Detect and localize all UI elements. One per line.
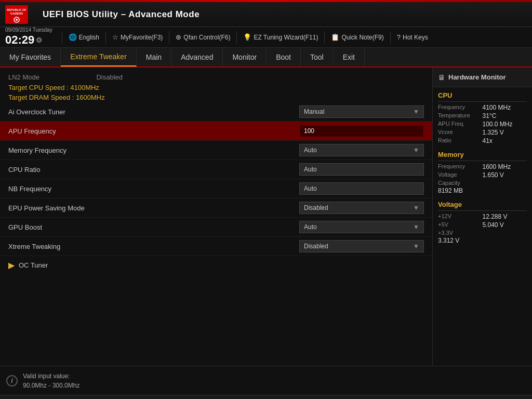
hw-value-temperature: 31°C bbox=[483, 112, 527, 119]
note-icon: 📋 bbox=[331, 33, 339, 41]
fan-icon: ⊛ bbox=[176, 33, 181, 41]
globe-icon: 🌐 bbox=[69, 33, 77, 41]
date-display: 09/09/2014 Tuesday bbox=[5, 27, 52, 33]
target-dram-text: Target DRAM Speed : 1600MHz bbox=[0, 92, 432, 102]
my-favorite-label: MyFavorite(F3) bbox=[121, 34, 163, 41]
setting-control-gpu-boost[interactable]: Auto▼ bbox=[299, 221, 424, 233]
bulb-icon: 💡 bbox=[243, 33, 251, 41]
hw-value-capacity: 8192 MB bbox=[438, 187, 527, 194]
nav-item-tool[interactable]: Tool bbox=[301, 48, 334, 66]
setting-row-ai-overclock-tuner[interactable]: Ai Overclock TunerManual▼ bbox=[0, 102, 432, 122]
setting-row-nb-frequency[interactable]: NB FrequencyAuto bbox=[0, 179, 432, 198]
dropdown-memory-frequency[interactable]: Auto▼ bbox=[299, 144, 424, 156]
bottom-bar: Version 2.16.1240. Copyright (C) 2014 Am… bbox=[0, 395, 532, 399]
hw-sections: CPUFrequency4100 MHzTemperature31°CAPU F… bbox=[433, 87, 532, 246]
divider-4 bbox=[236, 31, 237, 44]
quick-note-label: Quick Note(F9) bbox=[341, 34, 383, 41]
dropdown-value-ai-overclock-tuner: Manual bbox=[304, 108, 324, 115]
dropdown-value-memory-frequency: Auto bbox=[304, 147, 317, 154]
divider-5 bbox=[324, 31, 325, 44]
hot-keys-label: Hot Keys bbox=[403, 34, 428, 41]
divider-3 bbox=[169, 31, 169, 44]
monitor-icon: 🖥 bbox=[438, 73, 445, 82]
setting-row-cpu-ratio[interactable]: CPU RatioAuto bbox=[0, 160, 432, 179]
dropdown-value-xtreme-tweaking: Disabled bbox=[304, 243, 328, 250]
header-bar: REPUBLIC OF GAMERS UEFI BIOS Utility – A… bbox=[0, 2, 532, 27]
hw-grid-voltage: +12V12.288 V+5V5.040 V+3.3V3.312 V bbox=[433, 211, 532, 246]
hw-label-frequency: Frequency bbox=[438, 104, 483, 111]
nav-item-exit[interactable]: Exit bbox=[334, 48, 365, 66]
nav-item-boot[interactable]: Boot bbox=[267, 48, 301, 66]
setting-control-nb-frequency[interactable]: Auto bbox=[299, 182, 424, 195]
dropdown-epu-power-saving[interactable]: Disabled▼ bbox=[299, 202, 424, 214]
time-block: 02:29 ⚙ bbox=[5, 33, 52, 47]
hw-value-ratio: 41x bbox=[483, 137, 527, 144]
setting-label-ai-overclock-tuner: Ai Overclock Tuner bbox=[8, 108, 299, 116]
dropdown-arrow-xtreme-tweaking: ▼ bbox=[413, 243, 419, 250]
text-ctrl-cpu-ratio: Auto bbox=[299, 163, 424, 176]
nav-item-main[interactable]: Main bbox=[137, 48, 171, 66]
hw-value-apu-freq-: 100.0 MHz bbox=[483, 121, 527, 128]
oc-tuner-row[interactable]: ▶ OC Tuner bbox=[0, 256, 432, 274]
my-favorite-btn[interactable]: ☆ MyFavorite(F3) bbox=[109, 33, 166, 41]
dropdown-arrow-memory-frequency: ▼ bbox=[413, 147, 419, 154]
dropdown-xtreme-tweaking[interactable]: Disabled▼ bbox=[299, 240, 424, 252]
svg-text:REPUBLIC OF: REPUBLIC OF bbox=[7, 8, 26, 11]
setting-row-xtreme-tweaking[interactable]: Xtreme TweakingDisabled▼ bbox=[0, 237, 432, 256]
hw-grid-cpu: Frequency4100 MHzTemperature31°CAPU Freq… bbox=[433, 102, 532, 147]
setting-row-gpu-boost[interactable]: GPU BoostAuto▼ bbox=[0, 218, 432, 237]
nav-item-advanced[interactable]: Advanced bbox=[171, 48, 223, 66]
divider-6 bbox=[390, 31, 391, 44]
hw-label-temperature: Temperature bbox=[438, 112, 483, 119]
hw-label-ratio: Ratio bbox=[438, 137, 483, 144]
info-icon: i bbox=[6, 375, 18, 387]
hw-value-voltage: 1.650 V bbox=[483, 171, 527, 179]
hw-label--12v: +12V bbox=[438, 213, 483, 220]
setting-control-xtreme-tweaking[interactable]: Disabled▼ bbox=[299, 240, 424, 252]
setting-control-memory-frequency[interactable]: Auto▼ bbox=[299, 144, 424, 156]
ln2-mode-value: Disabled bbox=[96, 73, 123, 81]
nav-item-monitor[interactable]: Monitor bbox=[223, 48, 267, 66]
setting-row-apu-frequency[interactable]: APU Frequency bbox=[0, 122, 432, 141]
input-apu-frequency[interactable] bbox=[299, 125, 424, 137]
setting-row-memory-frequency[interactable]: Memory FrequencyAuto▼ bbox=[0, 141, 432, 160]
setting-label-apu-frequency: APU Frequency bbox=[8, 127, 299, 135]
qfan-btn[interactable]: ⊛ Qfan Control(F6) bbox=[172, 33, 233, 41]
content-area: LN2 Mode Disabled Target CPU Speed : 410… bbox=[0, 68, 432, 366]
time-display: 02:29 bbox=[5, 33, 34, 47]
hw-monitor-header: 🖥 Hardware Monitor bbox=[433, 68, 532, 87]
status-text: Valid input value: 90.0Mhz - 300.0Mhz bbox=[23, 371, 79, 390]
setting-label-xtreme-tweaking: Xtreme Tweaking bbox=[8, 243, 299, 250]
setting-label-memory-frequency: Memory Frequency bbox=[8, 147, 299, 154]
dropdown-arrow-epu-power-saving: ▼ bbox=[413, 204, 419, 211]
oc-tuner-label: OC Tuner bbox=[19, 261, 48, 269]
ln2-mode-row: LN2 Mode Disabled bbox=[0, 72, 432, 83]
hw-label-voltage: Voltage bbox=[438, 171, 483, 179]
setting-control-apu-frequency[interactable] bbox=[299, 125, 424, 137]
quick-note-btn[interactable]: 📋 Quick Note(F9) bbox=[328, 33, 387, 41]
qfan-label: Qfan Control(F6) bbox=[183, 34, 230, 41]
rog-logo-icon: REPUBLIC OF GAMERS bbox=[5, 5, 28, 24]
logo-area: REPUBLIC OF GAMERS bbox=[5, 5, 32, 24]
setting-control-epu-power-saving[interactable]: Disabled▼ bbox=[299, 202, 424, 214]
hw-label--5v: +5V bbox=[438, 221, 483, 229]
hw-label--3-3v: +3.3V bbox=[438, 230, 483, 236]
setting-label-nb-frequency: NB Frequency bbox=[8, 185, 299, 193]
setting-control-cpu-ratio[interactable]: Auto bbox=[299, 163, 424, 176]
ln2-mode-label: LN2 Mode bbox=[8, 73, 39, 81]
dropdown-ai-overclock-tuner[interactable]: Manual▼ bbox=[299, 105, 424, 118]
nav-item-extreme-tweaker[interactable]: Extreme Tweaker bbox=[61, 48, 137, 66]
hw-value-frequency: 4100 MHz bbox=[483, 104, 527, 111]
nav-item-my-favorites[interactable]: My Favorites bbox=[0, 48, 61, 66]
dropdown-gpu-boost[interactable]: Auto▼ bbox=[299, 221, 424, 233]
hw-label-frequency: Frequency bbox=[438, 163, 483, 170]
hot-keys-btn[interactable]: ? Hot Keys bbox=[394, 33, 431, 41]
settings-icon[interactable]: ⚙ bbox=[36, 36, 43, 45]
setting-control-ai-overclock-tuner[interactable]: Manual▼ bbox=[299, 105, 424, 118]
status-bar: i Valid input value: 90.0Mhz - 300.0Mhz bbox=[0, 366, 532, 395]
hw-grid-memory: Frequency1600 MHzVoltage1.650 VCapacity8… bbox=[433, 161, 532, 196]
language-selector[interactable]: 🌐 English bbox=[65, 33, 102, 41]
setting-label-epu-power-saving: EPU Power Saving Mode bbox=[8, 204, 299, 212]
ez-tuning-btn[interactable]: 💡 EZ Tuning Wizard(F11) bbox=[240, 33, 321, 41]
setting-row-epu-power-saving[interactable]: EPU Power Saving ModeDisabled▼ bbox=[0, 198, 432, 218]
